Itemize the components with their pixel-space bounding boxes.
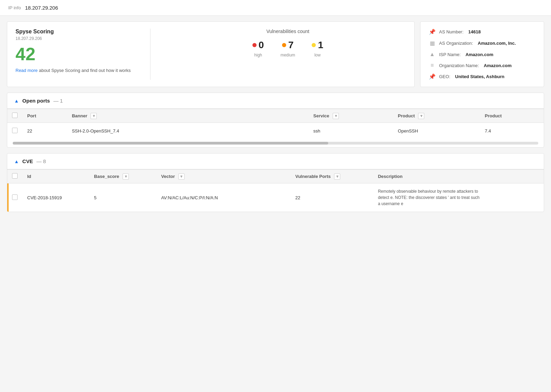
th-checkbox-cve [7, 170, 22, 183]
low-count: 1 [318, 40, 323, 51]
location-icon: 📌 [429, 29, 436, 35]
as-number-value: 14618 [468, 29, 481, 34]
high-label: high [254, 53, 262, 57]
org-row: ≡ Organization Name: Amazon.com [429, 62, 536, 68]
as-org-value: Amazon.com, Inc. [478, 41, 516, 46]
open-ports-chevron[interactable]: ▲ [14, 98, 19, 104]
org-icon: ≡ [429, 62, 436, 68]
vuln-medium: 7 medium [280, 40, 295, 57]
ip-info-label: IP info [8, 5, 21, 10]
cve-table: Id Base_score ▿ Vector ▿ [7, 169, 544, 212]
banner-filter-btn[interactable]: ▿ [91, 113, 97, 119]
scoring-link-text: Read more about Spyse Scoring and find o… [15, 67, 131, 74]
service-filter-btn[interactable]: ▿ [333, 113, 339, 119]
th-product-version: Product [480, 109, 544, 123]
vuln-high: 0 high [252, 40, 264, 57]
select-all-ports-checkbox[interactable] [12, 113, 18, 118]
table-row: CVE-2018-15919 5 AV:N/AC:L/Au:N/C:P/I:N/… [7, 183, 544, 212]
vuln-counts: 0 high 7 medium 1 [170, 40, 406, 57]
grid-icon: ▦ [429, 40, 436, 46]
open-ports-header-row: Port Banner ▿ Service ▿ [7, 109, 544, 123]
as-org-label: AS Organization: [439, 41, 473, 46]
as-number-label: AS Number: [439, 29, 464, 34]
cve-title: CVE [22, 158, 33, 164]
top-row: Spyse Scoring 18.207.29.206 42 Read more… [7, 21, 544, 87]
medium-count: 7 [288, 40, 294, 51]
product-value: OpenSSH [393, 123, 480, 139]
banner-value: SSH-2.0-OpenSSH_7.4 [67, 123, 309, 139]
cve-accent-bar [7, 183, 9, 212]
cve-count: — 8 [37, 158, 46, 164]
description-value: Remotely observable behaviour by remote … [373, 183, 544, 212]
geo-icon: 📌 [429, 73, 436, 80]
main-content: Spyse Scoring 18.207.29.206 42 Read more… [0, 16, 551, 223]
th-base-score: Base_score ▿ [89, 170, 156, 183]
vector-value: AV:N/AC:L/Au:N/C:P/I:N/A:N [156, 183, 291, 212]
scoring-number: 42 [15, 45, 131, 63]
vulnerable-ports-value: 22 [290, 183, 373, 212]
geo-label: GEO: [439, 74, 450, 79]
port-row-checkbox[interactable] [12, 128, 18, 133]
cve-header: ▲ CVE — 8 [7, 153, 544, 169]
product-filter-btn[interactable]: ▿ [418, 113, 424, 119]
open-ports-header: ▲ Open ports — 1 [7, 93, 544, 109]
scoring-ip-display: 18.207.29.206 [15, 36, 131, 41]
high-dot [252, 43, 257, 47]
vulnerable-ports-filter-btn[interactable]: ▿ [334, 173, 340, 180]
select-all-cve-checkbox[interactable] [12, 173, 18, 179]
th-vector: Vector ▿ [156, 170, 291, 183]
th-vulnerable-ports: Vulnerable Ports ▿ [290, 170, 373, 183]
cve-body: CVE-2018-15919 5 AV:N/AC:L/Au:N/C:P/I:N/… [7, 183, 544, 212]
cve-header-row: Id Base_score ▿ Vector ▿ [7, 170, 544, 183]
as-number-row: 📌 AS Number: 14618 [429, 29, 536, 35]
th-service: Service ▿ [309, 109, 393, 123]
page-header-ip: 18.207.29.206 [25, 5, 58, 11]
isp-label: ISP Name: [439, 52, 461, 57]
vuln-title: Vulnerabilities count [170, 29, 406, 34]
vuln-medium-dot-row: 7 [282, 40, 294, 51]
geo-row: 📌 GEO: United States, Ashburn [429, 73, 536, 80]
medium-dot [282, 43, 286, 47]
cve-row-checkbox-cell [7, 183, 22, 212]
th-checkbox-ports [7, 109, 22, 123]
org-label: Organization Name: [439, 63, 479, 68]
vuln-low: 1 low [312, 40, 323, 57]
isp-value: Amazon.com [466, 52, 493, 57]
port-value: 22 [22, 123, 67, 139]
cve-checkbox[interactable] [12, 194, 18, 200]
scoring-card: Spyse Scoring 18.207.29.206 42 Read more… [7, 21, 415, 87]
vuln-low-dot-row: 1 [312, 40, 323, 51]
vector-filter-btn[interactable]: ▿ [178, 173, 185, 180]
product-version-value: 7.4 [480, 123, 544, 139]
isp-row: ▲ ISP Name: Amazon.com [429, 51, 536, 57]
signal-icon: ▲ [429, 51, 436, 57]
base-score-filter-btn[interactable]: ▿ [123, 173, 129, 180]
th-banner: Banner ▿ [67, 109, 309, 123]
base-score-value: 5 [89, 183, 156, 212]
cve-chevron[interactable]: ▲ [14, 159, 19, 164]
open-ports-table-wrapper: Port Banner ▿ Service ▿ [7, 109, 544, 139]
vulnerabilities-section: Vulnerabilities count 0 high 7 [170, 29, 406, 80]
th-cve-id: Id [22, 170, 89, 183]
service-value: ssh [309, 123, 393, 139]
read-more-link[interactable]: Read more [15, 68, 38, 73]
ip-info-card: 📌 AS Number: 14618 ▦ AS Organization: Am… [420, 21, 544, 87]
medium-label: medium [280, 53, 295, 57]
scoring-divider [150, 29, 150, 80]
th-port: Port [22, 109, 67, 123]
page-header: IP info 18.207.29.206 [0, 0, 551, 16]
open-ports-section: ▲ Open ports — 1 Port [7, 93, 544, 148]
vuln-high-dot-row: 0 [252, 40, 264, 51]
as-org-row: ▦ AS Organization: Amazon.com, Inc. [429, 40, 536, 46]
open-ports-body: 22 SSH-2.0-OpenSSH_7.4 ssh OpenSSH 7.4 [7, 123, 544, 139]
open-ports-scrollbar[interactable] [13, 142, 538, 145]
open-ports-scrollbar-thumb [13, 142, 328, 145]
low-label: low [314, 53, 321, 57]
scoring-title: Spyse Scoring [15, 29, 131, 35]
low-dot [312, 43, 316, 47]
high-count: 0 [259, 40, 264, 51]
geo-value: United States, Ashburn [455, 74, 505, 79]
cve-table-wrapper: Id Base_score ▿ Vector ▿ [7, 169, 544, 212]
cve-id-value: CVE-2018-15919 [22, 183, 89, 212]
th-description: Description [373, 170, 544, 183]
